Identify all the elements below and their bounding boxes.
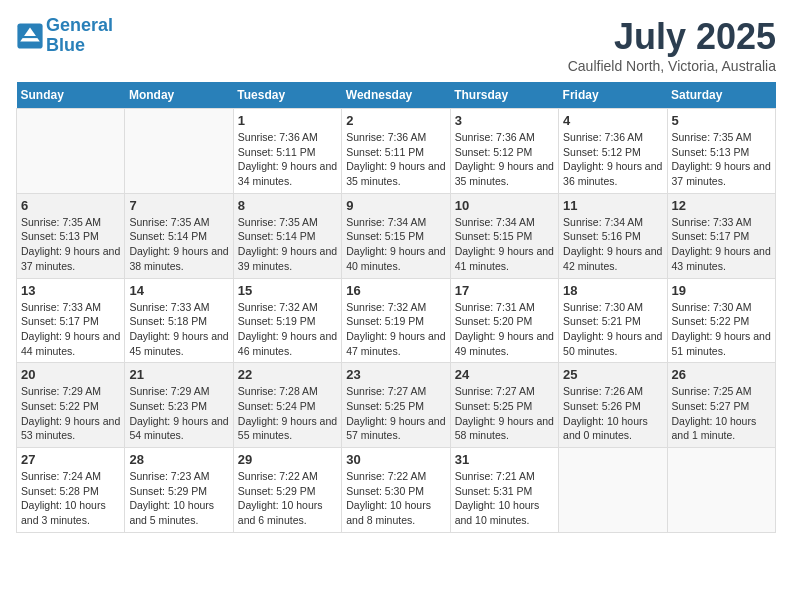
calendar-day-cell: 12Sunrise: 7:33 AM Sunset: 5:17 PM Dayli…	[667, 193, 775, 278]
calendar-day-cell: 11Sunrise: 7:34 AM Sunset: 5:16 PM Dayli…	[559, 193, 667, 278]
day-number: 11	[563, 198, 662, 213]
day-info: Sunrise: 7:23 AM Sunset: 5:29 PM Dayligh…	[129, 469, 228, 528]
title-section: July 2025 Caulfield North, Victoria, Aus…	[568, 16, 776, 74]
day-info: Sunrise: 7:30 AM Sunset: 5:22 PM Dayligh…	[672, 300, 771, 359]
day-info: Sunrise: 7:34 AM Sunset: 5:16 PM Dayligh…	[563, 215, 662, 274]
day-number: 1	[238, 113, 337, 128]
day-number: 31	[455, 452, 554, 467]
day-info: Sunrise: 7:32 AM Sunset: 5:19 PM Dayligh…	[238, 300, 337, 359]
calendar-day-cell: 1Sunrise: 7:36 AM Sunset: 5:11 PM Daylig…	[233, 109, 341, 194]
day-info: Sunrise: 7:29 AM Sunset: 5:22 PM Dayligh…	[21, 384, 120, 443]
day-info: Sunrise: 7:27 AM Sunset: 5:25 PM Dayligh…	[346, 384, 445, 443]
day-number: 12	[672, 198, 771, 213]
calendar-day-cell: 13Sunrise: 7:33 AM Sunset: 5:17 PM Dayli…	[17, 278, 125, 363]
day-info: Sunrise: 7:24 AM Sunset: 5:28 PM Dayligh…	[21, 469, 120, 528]
day-info: Sunrise: 7:34 AM Sunset: 5:15 PM Dayligh…	[455, 215, 554, 274]
day-info: Sunrise: 7:35 AM Sunset: 5:13 PM Dayligh…	[672, 130, 771, 189]
day-info: Sunrise: 7:36 AM Sunset: 5:11 PM Dayligh…	[238, 130, 337, 189]
calendar-day-cell: 28Sunrise: 7:23 AM Sunset: 5:29 PM Dayli…	[125, 448, 233, 533]
day-number: 6	[21, 198, 120, 213]
day-info: Sunrise: 7:27 AM Sunset: 5:25 PM Dayligh…	[455, 384, 554, 443]
day-info: Sunrise: 7:34 AM Sunset: 5:15 PM Dayligh…	[346, 215, 445, 274]
logo-line1: General	[46, 15, 113, 35]
calendar-day-cell	[559, 448, 667, 533]
logo-text: General Blue	[46, 16, 113, 56]
calendar-day-cell: 6Sunrise: 7:35 AM Sunset: 5:13 PM Daylig…	[17, 193, 125, 278]
location-subtitle: Caulfield North, Victoria, Australia	[568, 58, 776, 74]
calendar-day-cell: 5Sunrise: 7:35 AM Sunset: 5:13 PM Daylig…	[667, 109, 775, 194]
calendar-header-row: SundayMondayTuesdayWednesdayThursdayFrid…	[17, 82, 776, 109]
calendar-day-cell: 18Sunrise: 7:30 AM Sunset: 5:21 PM Dayli…	[559, 278, 667, 363]
day-number: 18	[563, 283, 662, 298]
calendar-day-cell	[125, 109, 233, 194]
day-info: Sunrise: 7:26 AM Sunset: 5:26 PM Dayligh…	[563, 384, 662, 443]
day-number: 22	[238, 367, 337, 382]
calendar-day-cell: 9Sunrise: 7:34 AM Sunset: 5:15 PM Daylig…	[342, 193, 450, 278]
day-number: 3	[455, 113, 554, 128]
calendar-day-cell: 25Sunrise: 7:26 AM Sunset: 5:26 PM Dayli…	[559, 363, 667, 448]
day-info: Sunrise: 7:29 AM Sunset: 5:23 PM Dayligh…	[129, 384, 228, 443]
calendar-day-cell	[17, 109, 125, 194]
weekday-header: Thursday	[450, 82, 558, 109]
calendar-table: SundayMondayTuesdayWednesdayThursdayFrid…	[16, 82, 776, 533]
calendar-day-cell: 27Sunrise: 7:24 AM Sunset: 5:28 PM Dayli…	[17, 448, 125, 533]
day-number: 24	[455, 367, 554, 382]
calendar-day-cell: 15Sunrise: 7:32 AM Sunset: 5:19 PM Dayli…	[233, 278, 341, 363]
calendar-day-cell: 30Sunrise: 7:22 AM Sunset: 5:30 PM Dayli…	[342, 448, 450, 533]
day-info: Sunrise: 7:22 AM Sunset: 5:29 PM Dayligh…	[238, 469, 337, 528]
calendar-week-row: 6Sunrise: 7:35 AM Sunset: 5:13 PM Daylig…	[17, 193, 776, 278]
day-info: Sunrise: 7:33 AM Sunset: 5:18 PM Dayligh…	[129, 300, 228, 359]
day-number: 4	[563, 113, 662, 128]
day-number: 19	[672, 283, 771, 298]
calendar-day-cell: 17Sunrise: 7:31 AM Sunset: 5:20 PM Dayli…	[450, 278, 558, 363]
day-number: 27	[21, 452, 120, 467]
day-number: 17	[455, 283, 554, 298]
calendar-day-cell: 24Sunrise: 7:27 AM Sunset: 5:25 PM Dayli…	[450, 363, 558, 448]
weekday-header: Friday	[559, 82, 667, 109]
logo-line2: Blue	[46, 35, 85, 55]
svg-rect-2	[22, 36, 39, 38]
day-info: Sunrise: 7:25 AM Sunset: 5:27 PM Dayligh…	[672, 384, 771, 443]
day-number: 30	[346, 452, 445, 467]
day-number: 20	[21, 367, 120, 382]
day-number: 9	[346, 198, 445, 213]
day-number: 28	[129, 452, 228, 467]
day-info: Sunrise: 7:21 AM Sunset: 5:31 PM Dayligh…	[455, 469, 554, 528]
day-number: 2	[346, 113, 445, 128]
day-info: Sunrise: 7:36 AM Sunset: 5:12 PM Dayligh…	[563, 130, 662, 189]
day-info: Sunrise: 7:31 AM Sunset: 5:20 PM Dayligh…	[455, 300, 554, 359]
day-info: Sunrise: 7:22 AM Sunset: 5:30 PM Dayligh…	[346, 469, 445, 528]
calendar-week-row: 20Sunrise: 7:29 AM Sunset: 5:22 PM Dayli…	[17, 363, 776, 448]
weekday-header: Wednesday	[342, 82, 450, 109]
day-number: 21	[129, 367, 228, 382]
calendar-day-cell: 7Sunrise: 7:35 AM Sunset: 5:14 PM Daylig…	[125, 193, 233, 278]
logo: General Blue	[16, 16, 113, 56]
calendar-day-cell: 23Sunrise: 7:27 AM Sunset: 5:25 PM Dayli…	[342, 363, 450, 448]
calendar-week-row: 13Sunrise: 7:33 AM Sunset: 5:17 PM Dayli…	[17, 278, 776, 363]
day-info: Sunrise: 7:33 AM Sunset: 5:17 PM Dayligh…	[672, 215, 771, 274]
day-info: Sunrise: 7:32 AM Sunset: 5:19 PM Dayligh…	[346, 300, 445, 359]
logo-icon	[16, 22, 44, 50]
day-info: Sunrise: 7:36 AM Sunset: 5:12 PM Dayligh…	[455, 130, 554, 189]
day-number: 29	[238, 452, 337, 467]
calendar-day-cell: 4Sunrise: 7:36 AM Sunset: 5:12 PM Daylig…	[559, 109, 667, 194]
calendar-day-cell: 22Sunrise: 7:28 AM Sunset: 5:24 PM Dayli…	[233, 363, 341, 448]
calendar-day-cell: 14Sunrise: 7:33 AM Sunset: 5:18 PM Dayli…	[125, 278, 233, 363]
day-number: 23	[346, 367, 445, 382]
day-number: 26	[672, 367, 771, 382]
month-year-title: July 2025	[568, 16, 776, 58]
calendar-day-cell: 26Sunrise: 7:25 AM Sunset: 5:27 PM Dayli…	[667, 363, 775, 448]
day-number: 14	[129, 283, 228, 298]
day-info: Sunrise: 7:36 AM Sunset: 5:11 PM Dayligh…	[346, 130, 445, 189]
day-number: 5	[672, 113, 771, 128]
calendar-day-cell: 31Sunrise: 7:21 AM Sunset: 5:31 PM Dayli…	[450, 448, 558, 533]
day-info: Sunrise: 7:28 AM Sunset: 5:24 PM Dayligh…	[238, 384, 337, 443]
calendar-week-row: 27Sunrise: 7:24 AM Sunset: 5:28 PM Dayli…	[17, 448, 776, 533]
calendar-week-row: 1Sunrise: 7:36 AM Sunset: 5:11 PM Daylig…	[17, 109, 776, 194]
calendar-day-cell: 16Sunrise: 7:32 AM Sunset: 5:19 PM Dayli…	[342, 278, 450, 363]
day-number: 15	[238, 283, 337, 298]
day-number: 8	[238, 198, 337, 213]
calendar-day-cell: 21Sunrise: 7:29 AM Sunset: 5:23 PM Dayli…	[125, 363, 233, 448]
page-header: General Blue July 2025 Caulfield North, …	[16, 16, 776, 74]
day-info: Sunrise: 7:33 AM Sunset: 5:17 PM Dayligh…	[21, 300, 120, 359]
